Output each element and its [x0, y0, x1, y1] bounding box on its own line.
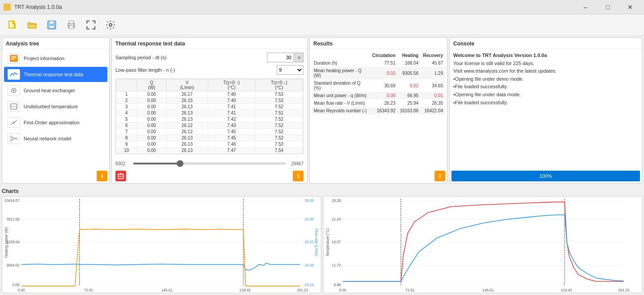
col-header-q: Q(W): [137, 79, 166, 91]
sampling-period-clear-btn[interactable]: ✕: [295, 53, 304, 62]
results-table: Circulation Heating Recovery Duration (h…: [312, 52, 445, 115]
new-icon: [7, 20, 18, 30]
table-cell: 0.00: [137, 104, 166, 110]
table-cell: 0.00: [137, 123, 166, 129]
save-button[interactable]: [43, 16, 61, 33]
svg-text:2604.02: 2604.02: [6, 263, 20, 267]
main-layout: Analysis tree Project information Therma…: [0, 36, 644, 295]
results-row-value: 30.69: [370, 79, 398, 92]
results-info-button[interactable]: ℹ: [435, 171, 445, 181]
sidebar-item-ground-heat[interactable]: Ground heat exchanger: [4, 83, 107, 98]
table-row: 60.0026.127.437.52: [116, 123, 303, 129]
trt-footer: ℹ: [112, 169, 307, 183]
maximize-button[interactable]: □: [598, 0, 618, 14]
results-row-value: 168.04: [398, 59, 421, 67]
minimize-button[interactable]: –: [575, 0, 596, 14]
results-col-label: [312, 52, 370, 59]
results-row-value: 45.67: [421, 59, 445, 67]
col-header-index: [116, 79, 137, 91]
sampling-period-input[interactable]: [267, 53, 294, 62]
range-slider[interactable]: [133, 163, 286, 164]
table-cell: 9: [116, 141, 137, 148]
console-message: •Opening file under demo mode.: [453, 75, 638, 83]
neural-network-icon: [8, 133, 20, 144]
svg-point-17: [13, 122, 15, 123]
table-cell: 7.52: [255, 123, 303, 129]
table-cell: 0.00: [137, 98, 166, 104]
trt-delete-button[interactable]: [115, 171, 126, 181]
settings-button[interactable]: [102, 16, 119, 33]
slider-min-label: 9302: [115, 161, 131, 166]
svg-text:0.00: 0.00: [12, 283, 20, 287]
progress-bar[interactable]: 100%: [451, 171, 640, 181]
svg-point-20: [13, 138, 15, 139]
title-bar: TRT Analysis 1.0.0a – □ ✕: [0, 0, 644, 14]
svg-text:145.61: 145.61: [161, 288, 172, 292]
table-cell: 26.13: [166, 141, 208, 148]
save-icon: [46, 20, 57, 30]
open-button[interactable]: [23, 16, 41, 33]
table-wrapper[interactable]: Q(W) V(L/min) T(z=0 ↑)(°C) T(z=0 ↓)(°C) …: [115, 78, 304, 154]
svg-rect-5: [69, 21, 74, 24]
tree-info-button[interactable]: ℹ: [97, 171, 107, 181]
results-row-label: Mean heating power - Q (W): [312, 67, 370, 79]
sidebar-item-undisturbed[interactable]: Undisturbed temperature: [4, 99, 107, 114]
svg-text:25.61: 25.61: [305, 240, 314, 244]
results-row-value: 1.29: [421, 67, 445, 79]
svg-text:72.81: 72.81: [84, 288, 94, 292]
results-row-value: 16422.04: [421, 107, 445, 115]
console-message: •File loaded successfully.: [453, 83, 638, 91]
close-button[interactable]: ✕: [620, 0, 640, 14]
table-row: Duration (h)77.51168.0445.67: [312, 59, 445, 67]
results-row-value: 16343.92: [370, 107, 398, 115]
sidebar-item-neural-network[interactable]: Neural network model: [4, 131, 107, 146]
sampling-period-label: Sampling period - dt (s): [115, 55, 166, 60]
sidebar-item-label-project-info: Project information: [24, 56, 65, 61]
table-row: 40.0026.137.417.51: [116, 110, 303, 116]
print-button[interactable]: [62, 16, 80, 33]
svg-rect-57: [324, 197, 642, 293]
table-row: 10.0026.177.407.53: [116, 91, 303, 98]
print-icon: [66, 20, 77, 30]
results-row-value: 34.60: [421, 79, 445, 92]
tree-items: Project information Thermal response tes…: [2, 49, 109, 169]
svg-rect-2: [49, 21, 54, 24]
sidebar-item-first-order[interactable]: First-Order approximation: [4, 115, 107, 130]
trt-info-button[interactable]: ℹ: [293, 171, 304, 181]
charts-area: Charts 10416.07 7812.05 5208.04 2604.02 …: [0, 185, 644, 295]
console-message: Visit www.trtanalysis.com for the latest…: [453, 67, 638, 75]
chart-temperature: 26.28 21.43 16.57 11.72 6.86 0.00: [323, 196, 643, 293]
sidebar-item-trt-data[interactable]: Thermal response test data: [4, 67, 107, 82]
trt-data-icon: [8, 69, 20, 80]
settings-icon: [105, 20, 116, 30]
table-cell: 7.52: [255, 129, 303, 135]
delete-icon: [118, 173, 124, 179]
results-header: Results: [310, 38, 447, 49]
table-cell: 7.52: [255, 116, 303, 123]
toolbar: [0, 14, 644, 36]
table-cell: 26.13: [166, 116, 208, 123]
table-cell: 0.00: [137, 141, 166, 148]
sidebar-item-label-undisturbed: Undisturbed temperature: [24, 104, 78, 109]
table-row: 90.0026.137.467.53: [116, 141, 303, 148]
new-button[interactable]: [4, 16, 21, 33]
table-cell: 26.13: [166, 110, 208, 116]
svg-point-19: [10, 139, 12, 141]
table-row: 80.0026.137.457.52: [116, 135, 303, 141]
filter-length-dropdown[interactable]: 9 3 5 11: [277, 65, 304, 75]
svg-text:72.81: 72.81: [405, 288, 414, 292]
table-row: 100.0026.137.477.54: [116, 148, 303, 154]
results-row-value: 25.94: [398, 99, 421, 107]
results-col-recovery: Recovery: [421, 52, 445, 59]
fit-button[interactable]: [82, 16, 100, 33]
svg-text:7812.05: 7812.05: [6, 217, 20, 221]
sidebar-item-label-trt-data: Thermal response test data: [24, 72, 83, 77]
table-cell: 0.00: [137, 110, 166, 116]
title-bar-controls: – □ ✕: [575, 0, 640, 14]
results-content: Circulation Heating Recovery Duration (h…: [310, 49, 447, 169]
sidebar-item-project-info[interactable]: Project information: [4, 51, 107, 66]
svg-text:10416.07: 10416.07: [4, 199, 20, 203]
progress-label: 100%: [539, 173, 552, 179]
console-panel: Console Welcome to TRT Analysis Version …: [449, 37, 642, 184]
data-table-container: Q(W) V(L/min) T(z=0 ↑)(°C) T(z=0 ↓)(°C) …: [112, 78, 307, 159]
